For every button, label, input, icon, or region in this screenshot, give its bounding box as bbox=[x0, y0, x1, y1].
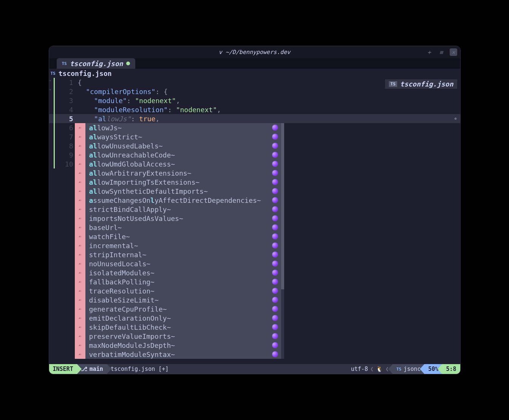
gutter: 5 bbox=[49, 115, 75, 123]
line-number: 7 bbox=[64, 133, 73, 141]
completion-kind-icon: ☙ bbox=[75, 123, 85, 132]
git-sign bbox=[54, 96, 55, 105]
completion-item[interactable]: allowUnreachableCode~ bbox=[85, 150, 281, 159]
completion-kind-icon: ☙ bbox=[75, 259, 85, 268]
completion-item[interactable]: allowImportingTsExtensions~ bbox=[85, 178, 281, 187]
tab-bar: TS tsconfig.json bbox=[49, 58, 460, 69]
git-sign bbox=[54, 114, 55, 123]
completion-item[interactable]: watchFile~ bbox=[85, 232, 281, 241]
source-orb-icon bbox=[272, 297, 278, 303]
completion-kind-icon: ☙ bbox=[75, 295, 85, 304]
os-icon: 🐧 bbox=[376, 366, 383, 372]
completion-item[interactable]: stripInternal~ bbox=[85, 250, 281, 259]
source-orb-icon bbox=[272, 179, 278, 185]
source-orb-icon bbox=[272, 125, 278, 131]
git-sign bbox=[54, 150, 55, 159]
completion-kind-icon: ☙ bbox=[75, 241, 85, 250]
code-content[interactable]: "moduleResolution": "nodenext", bbox=[75, 106, 221, 114]
completion-item[interactable]: alwaysStrict~ bbox=[85, 132, 281, 141]
source-orb-icon bbox=[272, 197, 278, 203]
fold-icon[interactable]: ˅ bbox=[49, 80, 51, 85]
completion-item[interactable]: emitDeclarationOnly~ bbox=[85, 313, 281, 323]
completion-kind-icon: ☙ bbox=[75, 150, 85, 159]
completion-item[interactable]: allowUmdGlobalAccess~ bbox=[85, 159, 281, 168]
completion-item[interactable]: fallbackPolling~ bbox=[85, 277, 281, 286]
code-content[interactable]: { bbox=[75, 79, 82, 86]
completion-scrollbar[interactable] bbox=[281, 123, 284, 359]
terminal-window: v ~/D/bennypowers.dev + ≡ × TS tsconfig.… bbox=[49, 46, 461, 374]
completion-kind-icon: ☙ bbox=[75, 304, 85, 313]
gutter: ˅2 bbox=[49, 88, 75, 96]
source-orb-icon bbox=[272, 206, 278, 212]
trailing-indicator-icon: • bbox=[453, 114, 458, 123]
close-button[interactable]: × bbox=[450, 48, 457, 56]
completion-item[interactable]: preserveValueImports~ bbox=[85, 332, 281, 341]
completion-item[interactable]: skipDefaultLibCheck~ bbox=[85, 323, 281, 332]
chevron-left-icon: ❮ bbox=[370, 366, 374, 372]
completion-list[interactable]: allowJs~alwaysStrict~allowUnusedLabels~a… bbox=[85, 123, 281, 359]
source-orb-icon bbox=[272, 252, 278, 258]
source-orb-icon bbox=[272, 152, 278, 158]
code-content[interactable]: "allowJs": true, bbox=[75, 115, 160, 123]
typescript-icon: TS bbox=[396, 367, 401, 372]
line-number: 4 bbox=[64, 106, 73, 114]
encoding: utf-8 bbox=[351, 366, 368, 372]
new-tab-button[interactable]: + bbox=[425, 48, 433, 56]
code-line[interactable]: ˅2 "compilerOptions": { bbox=[49, 87, 460, 96]
code-line[interactable]: ˅1{ bbox=[49, 78, 460, 87]
source-orb-icon bbox=[272, 306, 278, 312]
git-sign bbox=[54, 159, 55, 168]
completion-item[interactable]: disableSizeLimit~ bbox=[85, 295, 281, 304]
gutter: 4 bbox=[49, 106, 75, 114]
completion-item[interactable]: strictBindCallApply~ bbox=[85, 205, 281, 214]
source-orb-icon bbox=[272, 261, 278, 267]
completion-item[interactable]: allowArbitraryExtensions~ bbox=[85, 168, 281, 178]
completion-kind-gutter: ☙☙☙☙☙☙☙☙☙☙☙☙☙☙☙☙☙☙☙☙☙☙☙☙☙☙ bbox=[75, 123, 85, 359]
completion-item[interactable]: incremental~ bbox=[85, 241, 281, 250]
gutter: 3 bbox=[49, 97, 75, 105]
completion-item[interactable]: isolatedModules~ bbox=[85, 268, 281, 277]
completion-item[interactable]: baseUrl~ bbox=[85, 223, 281, 232]
completion-kind-icon: ☙ bbox=[75, 214, 85, 223]
completion-item[interactable]: allowJs~ bbox=[85, 123, 281, 132]
code-content[interactable]: "module": "nodenext", bbox=[75, 97, 180, 105]
code-line[interactable]: 3 "module": "nodenext", bbox=[49, 96, 460, 105]
source-orb-icon bbox=[272, 134, 278, 140]
gutter: 8 bbox=[49, 142, 75, 150]
git-sign bbox=[54, 123, 55, 132]
source-orb-icon bbox=[272, 270, 278, 276]
code-line[interactable]: 4 "moduleResolution": "nodenext", bbox=[49, 105, 460, 114]
line-number: 9 bbox=[64, 151, 73, 159]
completion-item[interactable]: maxNodeModuleJsDepth~ bbox=[85, 341, 281, 350]
completion-item[interactable]: verbatimModuleSyntax~ bbox=[85, 350, 281, 359]
line-number: 10 bbox=[64, 160, 73, 168]
source-orb-icon bbox=[272, 242, 278, 249]
scrollbar-thumb[interactable] bbox=[281, 123, 284, 289]
completion-item[interactable]: traceResolution~ bbox=[85, 286, 281, 295]
line-number: 5 bbox=[64, 115, 73, 123]
editor-tab[interactable]: TS tsconfig.json bbox=[57, 58, 135, 69]
source-orb-icon bbox=[272, 215, 278, 221]
fold-icon[interactable]: ˅ bbox=[49, 89, 51, 94]
completion-item[interactable]: allowUnusedLabels~ bbox=[85, 141, 281, 150]
menu-button[interactable]: ≡ bbox=[438, 48, 445, 56]
completion-item[interactable]: generateCpuProfile~ bbox=[85, 304, 281, 313]
completion-item[interactable]: assumeChangesOnlyAffectDirectDependencie… bbox=[85, 196, 281, 205]
editor-area[interactable]: TS tsconfig.json ˅1{˅2 "compilerOptions"… bbox=[49, 78, 460, 364]
file-bar: TS tsconfig.json bbox=[49, 69, 460, 78]
code-content[interactable]: "compilerOptions": { bbox=[75, 88, 168, 96]
git-sign bbox=[54, 132, 55, 141]
source-orb-icon bbox=[272, 333, 278, 339]
cursor-position: 5:8 bbox=[442, 364, 460, 374]
completion-item[interactable]: allowSyntheticDefaultImports~ bbox=[85, 187, 281, 196]
code-line[interactable]: 5• "allowJs": true, bbox=[49, 114, 460, 123]
completion-item[interactable]: noUnusedLocals~ bbox=[85, 259, 281, 268]
completion-kind-icon: ☙ bbox=[75, 232, 85, 241]
source-orb-icon bbox=[272, 351, 278, 357]
completion-kind-icon: ☙ bbox=[75, 350, 85, 359]
completion-item[interactable]: importsNotUsedAsValues~ bbox=[85, 214, 281, 223]
completion-kind-icon: ☙ bbox=[75, 205, 85, 214]
completion-popup[interactable]: ☙☙☙☙☙☙☙☙☙☙☙☙☙☙☙☙☙☙☙☙☙☙☙☙☙☙ allowJs~alway… bbox=[75, 123, 284, 359]
encoding-segment: utf-8 ❮ 🐧 ❮ bbox=[347, 364, 393, 374]
git-sign bbox=[54, 78, 55, 87]
